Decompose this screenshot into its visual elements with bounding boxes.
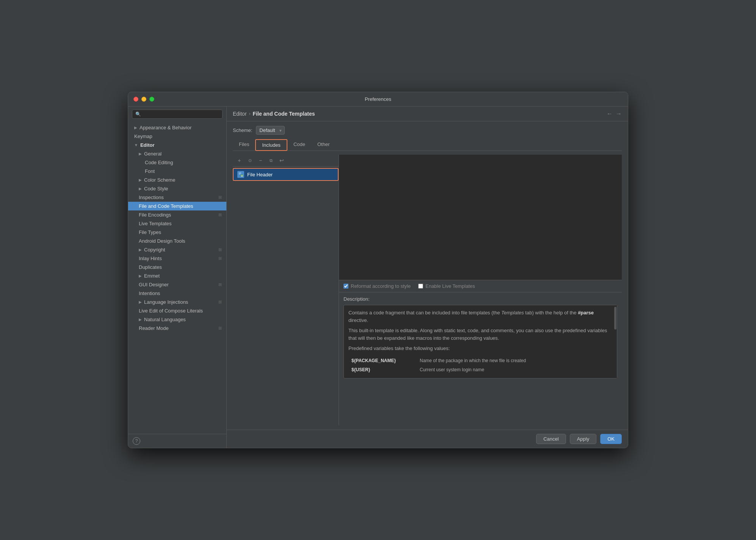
sidebar-item-label: Emmet (144, 273, 160, 279)
maximize-button[interactable] (149, 97, 154, 102)
badge-icon: ⊞ (218, 212, 222, 217)
sidebar-item-duplicates[interactable]: Duplicates (128, 263, 226, 272)
scheme-select[interactable]: Default Project (256, 126, 285, 135)
preferences-window: Preferences 🔍 ▶ Appearance & Behavior Ke… (128, 92, 628, 448)
sidebar-item-inlay-hints[interactable]: Inlay Hints ⊞ (128, 254, 226, 263)
left-list-panel: + ⊙ − ⧉ ↩ (233, 155, 339, 425)
split-area: + ⊙ − ⧉ ↩ (233, 155, 622, 425)
description-box: Contains a code fragment that can be inc… (343, 305, 617, 378)
sidebar-item-natural-languages[interactable]: ▶ Natural Languages (128, 315, 226, 324)
breadcrumb-current: File and Code Templates (253, 111, 315, 117)
bottom-options: Reformat according to style Enable Live … (339, 280, 622, 292)
sidebar-item-editor[interactable]: ▼ Editor (128, 141, 226, 149)
sidebar-item-live-edit[interactable]: Live Edit of Compose Literals (128, 306, 226, 315)
sidebar-item-label: Natural Languages (144, 317, 186, 322)
sidebar-item-code-editing[interactable]: Code Editing (128, 158, 226, 167)
sidebar-item-language-injections[interactable]: ▶ Language Injections ⊞ (128, 298, 226, 306)
sidebar-item-reader-mode[interactable]: Reader Mode ⊞ (128, 324, 226, 333)
sidebar-item-android-design-tools[interactable]: Android Design Tools (128, 237, 226, 245)
nav-forward-button[interactable]: → (616, 110, 622, 117)
apply-button[interactable]: Apply (570, 434, 597, 444)
tab-files[interactable]: Files (233, 139, 255, 151)
duplicate-button[interactable]: ⧉ (267, 156, 275, 165)
badge-icon: ⊞ (218, 326, 222, 331)
sidebar-item-file-and-code-templates[interactable]: File and Code Templates (128, 202, 226, 210)
search-box[interactable]: 🔍 (132, 110, 223, 119)
sidebar-item-label: Font (145, 168, 155, 174)
sidebar-item-keymap[interactable]: Keymap (128, 132, 226, 141)
sidebar-item-copyright[interactable]: ▶ Copyright ⊞ (128, 245, 226, 254)
remove-button[interactable]: − (256, 156, 265, 165)
sidebar-item-gui-designer[interactable]: GUI Designer ⊞ (128, 280, 226, 289)
chevron-icon: ▶ (139, 152, 142, 156)
scrollbar-thumb (614, 307, 616, 330)
copy-button[interactable]: ⊙ (246, 156, 254, 165)
tab-code[interactable]: Code (287, 139, 311, 151)
editor-area: Reformat according to style Enable Live … (339, 155, 622, 425)
scheme-row: Scheme: Default Project (233, 126, 622, 135)
window-title: Preferences (365, 96, 391, 102)
close-button[interactable] (133, 97, 138, 102)
table-row: ${USER} Current user system login name (348, 365, 612, 374)
sidebar-item-file-types[interactable]: File Types (128, 228, 226, 237)
chevron-icon: ▶ (139, 187, 142, 191)
sidebar-item-label: Keymap (134, 133, 152, 139)
sidebar-item-intentions[interactable]: Intentions (128, 289, 226, 298)
search-icon: 🔍 (135, 111, 141, 117)
list-item-file-header[interactable]: H File Header (233, 168, 339, 181)
badge-icon: ⊞ (218, 282, 222, 287)
description-paragraph2: This built-in template is editable. Alon… (348, 327, 612, 342)
breadcrumb-parent: Editor (233, 111, 247, 117)
tab-other[interactable]: Other (311, 139, 336, 151)
scrollbar[interactable] (614, 305, 617, 378)
ok-button[interactable]: OK (600, 434, 622, 444)
svg-text:H: H (241, 175, 243, 177)
tab-includes[interactable]: Includes (255, 139, 287, 151)
sidebar-item-label: Android Design Tools (139, 238, 185, 244)
footer: Cancel Apply OK (227, 430, 628, 448)
sidebar-item-appearance[interactable]: ▶ Appearance & Behavior (128, 123, 226, 132)
minimize-button[interactable] (141, 97, 146, 102)
reformat-checkbox-row: Reformat according to style (343, 283, 411, 289)
chevron-icon: ▶ (134, 126, 137, 130)
sidebar-item-label: Inlay Hints (139, 256, 162, 261)
cancel-button[interactable]: Cancel (536, 434, 566, 444)
sidebar-item-label: File Types (139, 229, 161, 235)
sidebar-items-list: ▶ Appearance & Behavior Keymap ▼ Editor … (128, 122, 226, 434)
code-editor[interactable] (339, 155, 622, 280)
sidebar-item-label: Reader Mode (139, 325, 169, 331)
breadcrumb: Editor › File and Code Templates (233, 111, 315, 117)
chevron-icon: ▶ (139, 178, 142, 182)
panel-body: Scheme: Default Project Files Includes (227, 121, 628, 430)
variable-name: ${PACKAGE_NAME} (348, 356, 417, 365)
sidebar-item-color-scheme[interactable]: ▶ Color Scheme (128, 176, 226, 184)
sidebar-item-label: Editor (140, 142, 155, 148)
description-title: Description: (343, 296, 617, 302)
sidebar-item-emmet[interactable]: ▶ Emmet (128, 272, 226, 280)
live-templates-checkbox[interactable] (418, 284, 423, 289)
variable-name: ${USER} (348, 365, 417, 374)
sidebar-item-label: Color Scheme (144, 177, 175, 183)
reset-button[interactable]: ↩ (278, 156, 286, 165)
reformat-checkbox[interactable] (343, 284, 348, 289)
svg-rect-2 (239, 173, 241, 174)
add-button[interactable]: + (235, 156, 243, 165)
description-paragraph3: Predefined variables take the following … (348, 345, 612, 352)
sidebar-item-general[interactable]: ▶ General (128, 149, 226, 158)
tabs-row: Files Includes Code Other (233, 139, 622, 151)
sidebar-item-inspections[interactable]: Inspections ⊞ (128, 193, 226, 202)
nav-back-button[interactable]: ← (607, 110, 613, 117)
traffic-lights (133, 97, 154, 102)
sidebar-item-live-templates[interactable]: Live Templates (128, 219, 226, 228)
sidebar-item-file-encodings[interactable]: File Encodings ⊞ (128, 210, 226, 219)
live-templates-label: Enable Live Templates (425, 283, 475, 289)
live-templates-checkbox-row: Enable Live Templates (418, 283, 475, 289)
sidebar-item-font[interactable]: Font (128, 167, 226, 176)
help-button[interactable]: ? (133, 437, 140, 445)
search-input[interactable] (143, 111, 219, 117)
list-toolbar: + ⊙ − ⧉ ↩ (233, 155, 339, 166)
badge-icon: ⊞ (218, 195, 222, 200)
file-header-icon: H (237, 171, 244, 178)
sidebar-item-code-style[interactable]: ▶ Code Style (128, 184, 226, 193)
table-row: ${PACKAGE_NAME} Name of the package in w… (348, 356, 612, 365)
